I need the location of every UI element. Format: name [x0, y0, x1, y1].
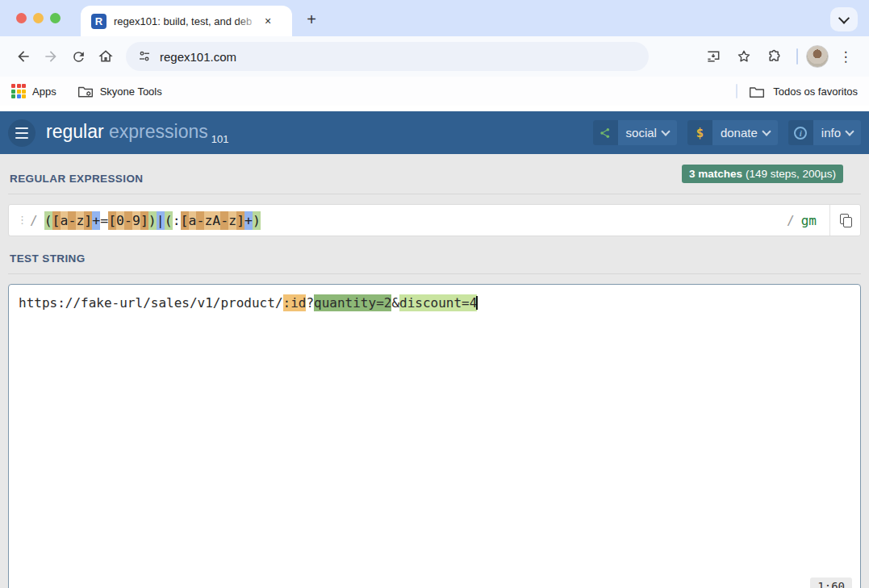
regex-token-group: ): [253, 211, 261, 230]
toolbar-actions: ⋮: [700, 43, 859, 70]
bookmark-apps[interactable]: Apps: [11, 84, 56, 98]
apps-grid-icon: [11, 84, 26, 98]
test-text-plain: https://fake-url/sales/v1/product/: [19, 294, 283, 311]
bookmark-label: Apps: [32, 85, 56, 98]
regex-token-class-bracket: -: [196, 211, 204, 230]
regex-token-class-bracket: [: [52, 211, 61, 230]
bookmark-folder-skyone[interactable]: Skyone Tools: [77, 84, 162, 98]
test-text-plain: ?: [306, 294, 314, 311]
url-text[interactable]: regex101.com: [160, 50, 236, 64]
home-button[interactable]: [92, 43, 119, 70]
logo-regular: regular: [46, 121, 109, 142]
menu-label: info: [813, 126, 846, 140]
match-details: (149 steps, 200µs): [746, 168, 836, 180]
donate-menu-button[interactable]: $ donate: [687, 120, 778, 145]
reload-button[interactable]: [65, 43, 92, 70]
browser-tab[interactable]: R regex101: build, test, and deb ×: [81, 6, 292, 36]
back-button[interactable]: [10, 43, 37, 70]
regex-token-quant: +: [92, 211, 100, 230]
bookmarks-bar: Apps Skyone Tools Todos os favoritos: [0, 77, 869, 106]
regex-input[interactable]: ⋮ / ([a-z]+=[0-9])|(:[a-zA-z]+) / gm: [8, 204, 861, 236]
tab-favicon: R: [91, 14, 107, 29]
profile-avatar[interactable]: [806, 45, 829, 68]
maximize-window-button[interactable]: [50, 13, 61, 23]
tab-close-icon[interactable]: ×: [261, 14, 275, 28]
regex-token-group: (: [44, 211, 52, 230]
all-favorites-label[interactable]: Todos os favoritos: [773, 85, 858, 98]
tab-list-chevron-button[interactable]: [830, 7, 858, 31]
social-menu-button[interactable]: social: [593, 120, 677, 145]
site-settings-icon[interactable]: [137, 49, 152, 64]
drag-handle-icon[interactable]: ⋮: [17, 216, 23, 224]
match-highlight: discount=4: [399, 294, 477, 311]
regex-token-literal: :: [173, 211, 181, 230]
browser-toolbar: regex101.com ⋮: [0, 36, 869, 77]
regex-token-class-bracket: [: [181, 211, 189, 230]
regex-token-class-bracket: ]: [236, 211, 244, 230]
regex-token-class-char: a: [61, 211, 69, 230]
test-string-content[interactable]: https://fake-url/sales/v1/product/:id?qu…: [19, 295, 850, 311]
test-string-section-header: TEST STRING: [8, 244, 861, 274]
site-header: regular expressions101 social $ donate i…: [0, 111, 869, 154]
regex-token-class-char: 9: [132, 211, 140, 230]
regex-token-class-bracket: [: [108, 211, 116, 230]
window-controls: [16, 13, 61, 23]
star-icon: [736, 48, 752, 65]
bookmark-star-button[interactable]: [730, 43, 758, 70]
regex-token-quant: |: [157, 211, 165, 230]
chevron-down-icon: [838, 13, 850, 24]
back-arrow-icon: [15, 48, 31, 65]
close-window-button[interactable]: [16, 13, 27, 23]
match-count-badge: 3 matches (149 steps, 200µs): [682, 165, 843, 183]
test-string-editor[interactable]: https://fake-url/sales/v1/product/:id?qu…: [8, 284, 861, 588]
test-text-plain: &: [391, 294, 399, 311]
install-icon: [705, 48, 721, 65]
minimize-window-button[interactable]: [33, 13, 44, 23]
extensions-button[interactable]: [761, 43, 788, 70]
forward-button[interactable]: [37, 43, 65, 70]
tab-title: regex101: build, test, and deb: [114, 15, 259, 27]
regex-token-class-bracket: ]: [84, 211, 92, 230]
regex-pattern[interactable]: ([a-z]+=[0-9])|(:[a-zA-z]+): [44, 213, 261, 228]
menu-label: social: [618, 126, 662, 140]
header-menus: social $ donate i info: [593, 120, 861, 145]
home-icon: [98, 48, 114, 65]
puzzle-icon: [767, 48, 783, 65]
match-highlight: quantity=2: [314, 294, 391, 311]
install-app-button[interactable]: [700, 43, 727, 70]
info-menu-button[interactable]: i info: [788, 120, 861, 145]
hamburger-menu-button[interactable]: [8, 119, 36, 147]
folder-icon: [749, 85, 765, 98]
regex-token-class-bracket: -: [124, 211, 132, 230]
site-logo[interactable]: regular expressions101: [46, 121, 228, 145]
regex-token-group: (: [165, 211, 173, 230]
regex-delimiter-left: /: [30, 213, 38, 228]
copy-icon[interactable]: [840, 214, 852, 227]
regex-token-literal: =: [100, 211, 108, 230]
regex-delimiter-right: /: [787, 213, 795, 228]
page-content: REGULAR EXPRESSION 3 matches (149 steps,…: [0, 154, 869, 588]
menu-label: donate: [712, 126, 763, 140]
regex-token-class-char: 0: [116, 211, 124, 230]
info-icon: i: [788, 120, 813, 145]
match-highlight: :id: [283, 294, 307, 311]
regex-section-header: REGULAR EXPRESSION 3 matches (149 steps,…: [8, 165, 861, 194]
text-cursor: [476, 296, 478, 310]
dollar-icon: $: [687, 120, 712, 145]
regex-token-class-char: z: [76, 211, 84, 230]
browser-menu-button[interactable]: ⋮: [832, 43, 859, 70]
logo-expressions: expressions: [109, 121, 208, 142]
regex-token-class-bracket: ]: [140, 211, 148, 230]
browser-tab-bar: R regex101: build, test, and deb × +: [0, 0, 869, 36]
regex-token-class-bracket: -: [220, 211, 228, 230]
address-bar[interactable]: regex101.com: [126, 42, 649, 71]
new-tab-button[interactable]: +: [300, 8, 323, 31]
regex-right-controls: / gm: [787, 205, 852, 236]
bookmarks-right: Todos os favoritos: [736, 84, 858, 98]
chevron-down-icon: [762, 127, 771, 136]
regex-flags[interactable]: gm: [801, 213, 817, 228]
kebab-menu-icon: ⋮: [839, 48, 853, 65]
regex-token-quant: +: [244, 211, 253, 230]
regex-token-class-char: z: [228, 211, 236, 230]
regex-token-group: ): [148, 211, 157, 230]
